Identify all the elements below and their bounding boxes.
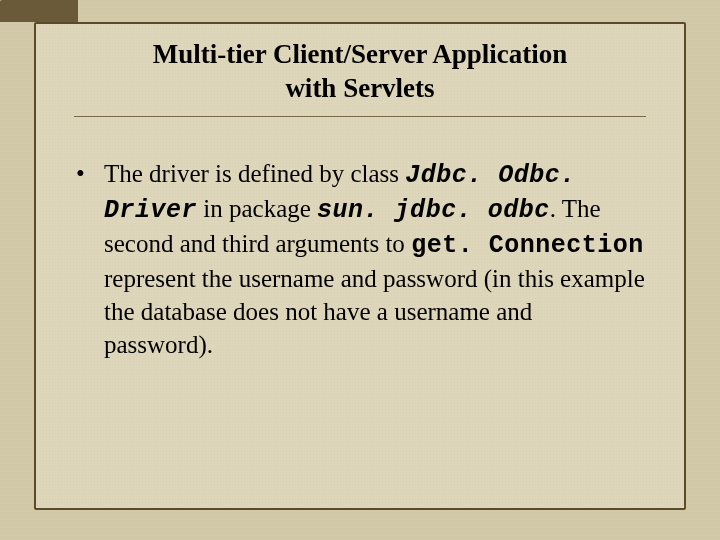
title-rule bbox=[74, 116, 646, 117]
text-4: represent the username and password (in … bbox=[104, 265, 645, 358]
text-2: in package bbox=[197, 195, 317, 222]
slide-body: • The driver is defined by class Jdbc. O… bbox=[74, 157, 646, 361]
slide: Multi-tier Client/Server Application wit… bbox=[0, 0, 720, 540]
slide-title: Multi-tier Client/Server Application wit… bbox=[74, 34, 646, 116]
bullet-marker: • bbox=[74, 157, 104, 361]
bullet-text: The driver is defined by class Jdbc. Odb… bbox=[104, 157, 646, 361]
code-package: sun. jdbc. odbc bbox=[317, 196, 550, 225]
slide-inner: Multi-tier Client/Server Application wit… bbox=[34, 22, 686, 510]
text-1: The driver is defined by class bbox=[104, 160, 405, 187]
bullet-item: • The driver is defined by class Jdbc. O… bbox=[74, 157, 646, 361]
title-line-1: Multi-tier Client/Server Application bbox=[153, 39, 567, 69]
title-line-2: with Servlets bbox=[285, 73, 434, 103]
code-method: get. Connection bbox=[411, 231, 644, 260]
folder-tab bbox=[0, 0, 78, 22]
